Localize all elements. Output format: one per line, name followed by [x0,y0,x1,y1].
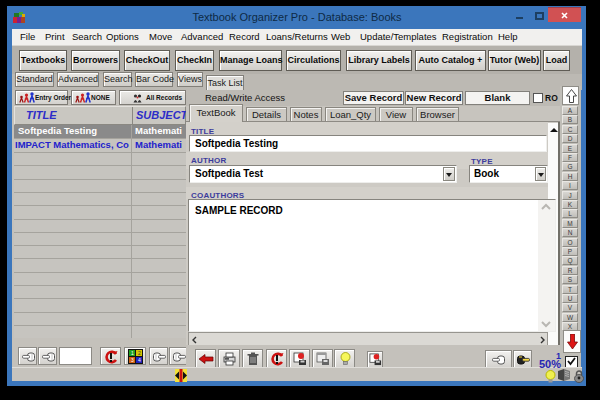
svg-text:1: 1 [131,350,134,356]
svg-text:2: 2 [138,350,141,356]
svg-text:3: 3 [131,357,134,363]
svg-text:4: 4 [138,357,141,363]
